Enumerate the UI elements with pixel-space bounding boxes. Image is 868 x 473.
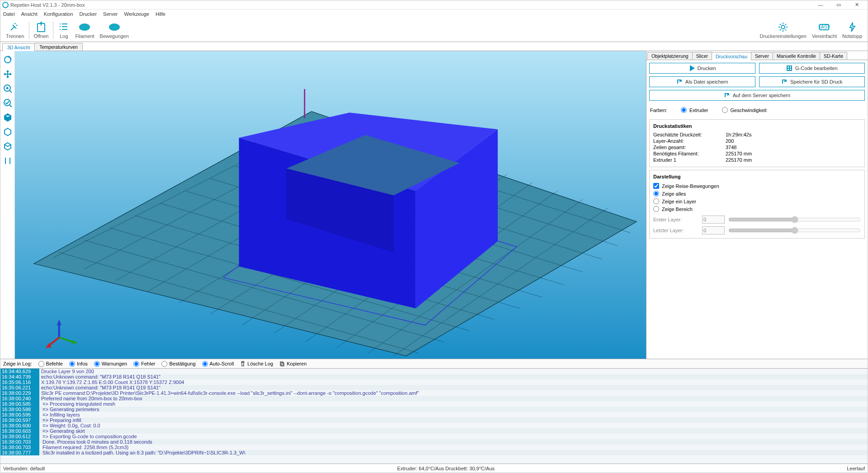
stat-value: 225170 mm (726, 151, 752, 156)
menu-hilfe[interactable]: Hilfe (156, 11, 165, 17)
log-timestamp: 16:38:00.595 (0, 412, 39, 417)
status-state: Leerlauf (847, 466, 865, 471)
menu-datei[interactable]: Datei (3, 11, 15, 17)
log-output[interactable]: 16:34:40.629Drucke Layer 9 von 20016:34:… (0, 369, 868, 464)
gcode-label: G-Code bearbeiten (795, 66, 838, 71)
menu-ansicht[interactable]: Ansicht (21, 11, 38, 17)
log-timestamp: 16:38:00.240 (0, 396, 39, 401)
moves-button[interactable]: Bewegungen (97, 21, 132, 39)
list-icon (58, 21, 70, 33)
save-sd-button[interactable]: Speichere für SD Druck (759, 76, 865, 87)
log-message: echo:Unknown command: "M73 P18 R141 Q18 … (41, 374, 160, 379)
side-panel: Objektplatzierung Slicer Druckvorschau S… (646, 51, 868, 359)
log-toggle-autoscroll[interactable]: Auto-Scroll (202, 361, 234, 367)
menu-server[interactable]: Server (103, 11, 118, 17)
menu-werkzeuge[interactable]: Werkzeuge (124, 11, 149, 17)
menu-konfiguration[interactable]: Konfiguration (44, 11, 73, 17)
log-message: => Weight: 0.0g, Cost: 0.0 (41, 423, 100, 428)
menu-drucker[interactable]: Drucker (80, 11, 97, 17)
parallel-icon[interactable] (3, 156, 13, 166)
checkbox-travel-moves[interactable]: Zeige Reise-Bewegungen (653, 182, 861, 190)
radio-show-all[interactable]: Zeige alles (653, 190, 861, 197)
log-line: 16:38:00.612 => Exporting G-code to comp… (0, 434, 868, 439)
saveserver-label: Auf dem Server speichern (733, 93, 790, 98)
filament-button[interactable]: Filament (72, 21, 97, 39)
front-view-icon[interactable] (3, 127, 13, 137)
filament-label: Filament (75, 33, 94, 39)
3d-viewport[interactable] (15, 51, 646, 359)
log-toggle-commands[interactable]: Befehle (38, 361, 63, 367)
tab-3d-view[interactable]: 3D Ansicht (2, 43, 35, 51)
rotate-icon[interactable] (3, 55, 13, 65)
tab-slicer[interactable]: Slicer (692, 52, 712, 60)
log-toggle-ack[interactable]: Bestätigung (161, 361, 195, 367)
tab-server[interactable]: Server (751, 52, 773, 60)
svg-point-5 (781, 25, 785, 29)
display-title: Darstellung (653, 174, 861, 179)
radio-show-range[interactable]: Zeige Bereich (653, 205, 861, 213)
tab-object-placement[interactable]: Objektplatzierung (647, 52, 693, 60)
radio-single-label: Zeige ein Layer (662, 199, 696, 204)
radio-speed[interactable]: Geschwindigkeit (722, 106, 767, 114)
move-icon[interactable] (3, 69, 13, 79)
log-timestamp: 16:38:00.703 (0, 439, 39, 445)
open-button[interactable]: Öffnen (31, 21, 52, 39)
stat-row: Benötigtes Filament:225170 mm (653, 150, 861, 157)
last-layer-slider[interactable] (728, 227, 861, 234)
first-layer-slider[interactable] (728, 216, 861, 223)
log-label: Log (60, 33, 68, 39)
save-server-button[interactable]: Auf dem Server speichern (649, 90, 865, 101)
main-toolbar: Trennen Öffnen Log Filament Bewegungen D… (0, 19, 868, 42)
easy-mode-button[interactable]: EASYVereinfacht (809, 21, 840, 39)
export-icon (724, 92, 730, 98)
savefile-label: Als Datei speichern (685, 79, 728, 84)
stat-row: Layer-Anzahl:200 (653, 138, 861, 144)
last-layer-input[interactable] (702, 226, 725, 234)
log-message: echo:Unknown command: "M73 P19 R141 Q19 … (41, 385, 160, 390)
tab-temperature[interactable]: Temperaturkurven (34, 43, 83, 51)
first-layer-input[interactable] (702, 215, 725, 224)
edit-gcode-button[interactable]: G-Code bearbeiten (759, 63, 865, 74)
log-filter-label: Zeige in Log: (3, 361, 32, 366)
print-button[interactable]: Drucken (649, 63, 755, 74)
stat-value: 225170 mm (726, 157, 752, 163)
log-message: Drucke Layer 9 von 200 (41, 369, 94, 374)
disconnect-label: Trennen (6, 33, 24, 39)
export-icon (781, 79, 788, 85)
printer-settings-button[interactable]: Druckereinstellungen (757, 21, 809, 39)
log-toggle-infos[interactable]: Infos (69, 361, 88, 367)
radio-extruder[interactable]: Extruder (681, 106, 708, 114)
minimize-button[interactable]: — (811, 2, 830, 8)
top-view-icon[interactable] (3, 141, 13, 151)
log-copy-button[interactable]: Kopieren (279, 361, 307, 366)
eye-icon (108, 21, 120, 33)
log-toggle-errors[interactable]: Fehler (133, 361, 155, 367)
save-file-button[interactable]: Als Datei speichern (649, 76, 755, 87)
close-button[interactable]: ✕ (848, 2, 866, 8)
log-line: 16:38:00.600 => Weight: 0.0g, Cost: 0.0 (0, 423, 868, 428)
maximize-button[interactable]: ▭ (830, 2, 848, 8)
tab-print-preview[interactable]: Druckvorschau (712, 52, 751, 60)
iso-view-icon[interactable] (3, 112, 13, 122)
view-subtabs: 3D Ansicht Temperaturkurven (0, 42, 868, 51)
tab-manual-control[interactable]: Manuelle Kontrolle (773, 52, 820, 60)
emergency-stop-button[interactable]: Notstopp (840, 21, 865, 39)
disconnect-button[interactable]: Trennen (3, 21, 27, 39)
estop-label: Notstopp (842, 33, 862, 39)
log-line: 16:38:00.585 => Processing triangulated … (0, 401, 868, 407)
zoom-in-icon[interactable] (3, 84, 13, 94)
log-clear-button[interactable]: Lösche Log (240, 361, 273, 366)
log-timestamp: 16:38:00.703 (0, 445, 39, 450)
svg-rect-50 (281, 363, 284, 366)
log-toggle-warnings[interactable]: Warnungen (94, 361, 127, 367)
copy-icon (279, 361, 285, 366)
tab-sd-card[interactable]: SD-Karte (820, 52, 847, 60)
log-line: 16:34:40.739echo:Unknown command: "M73 P… (0, 374, 868, 379)
radio-range-label: Zeige Bereich (662, 206, 693, 212)
status-temps: Extruder: 64,0°C/Aus Druckbett: 30,9°C/A… (397, 466, 495, 471)
radio-show-single[interactable]: Zeige ein Layer (653, 197, 861, 205)
zoom-fit-icon[interactable] (3, 98, 13, 108)
bolt-icon (846, 21, 858, 33)
log-line: 16:38:00.603 => Generating skirt (0, 428, 868, 434)
log-button[interactable]: Log (55, 21, 72, 39)
